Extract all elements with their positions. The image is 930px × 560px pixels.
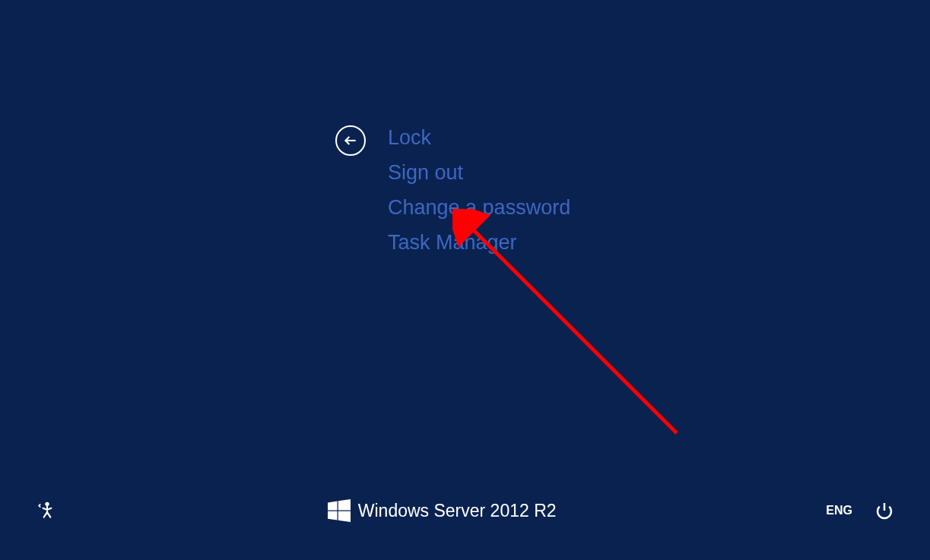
ease-of-access-icon — [37, 501, 57, 520]
svg-point-3 — [45, 502, 49, 506]
right-controls: ENG — [826, 501, 893, 520]
arrow-left-icon — [343, 133, 358, 148]
power-icon — [875, 501, 893, 520]
change-password-option[interactable]: Change a password — [388, 190, 570, 225]
power-button[interactable] — [875, 501, 893, 520]
language-indicator[interactable]: ENG — [826, 504, 852, 517]
security-options-list: Lock Sign out Change a password Task Man… — [388, 120, 570, 260]
task-manager-option[interactable]: Task Manager — [388, 225, 570, 260]
branding-text: Windows Server 2012 R2 — [358, 501, 557, 521]
back-button[interactable] — [335, 125, 366, 156]
os-branding: Windows Server 2012 R2 — [328, 499, 557, 522]
lock-option[interactable]: Lock — [388, 120, 570, 155]
bottom-bar: Windows Server 2012 R2 ENG — [0, 492, 930, 530]
signout-option[interactable]: Sign out — [388, 155, 570, 190]
windows-logo-icon — [328, 499, 351, 522]
ease-of-access-button[interactable] — [37, 500, 58, 521]
